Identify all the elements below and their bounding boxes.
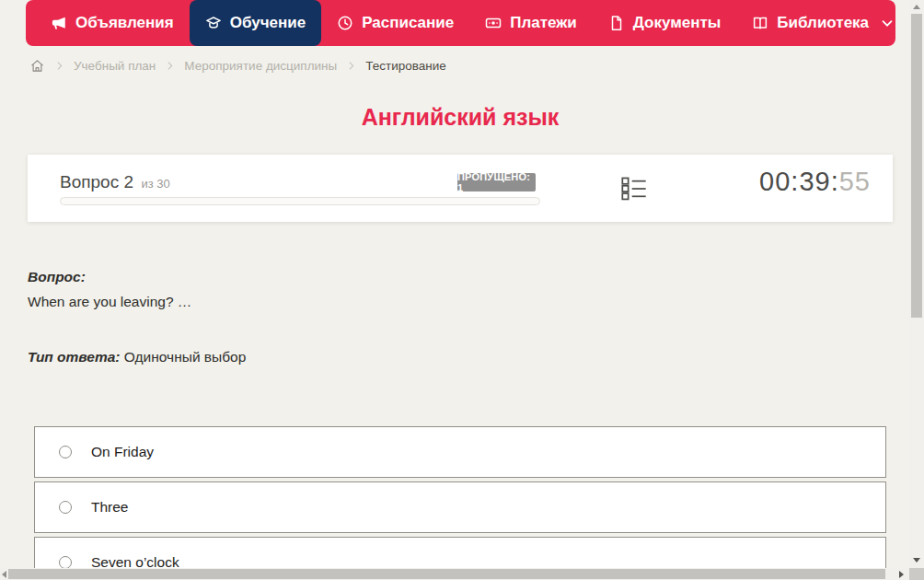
nav-item-label: Библиотека [777,14,869,32]
nav-item-label: Платежи [510,14,577,32]
scroll-down-arrow-icon[interactable] [913,558,920,563]
nav-item-label: Обучение [230,14,306,32]
chevron-right-icon [164,60,176,72]
timer-main: 00:39: [759,167,839,196]
radio-icon[interactable] [59,446,72,458]
timer-seconds: 55 [839,167,871,196]
question-label: Вопрос: [28,269,888,285]
option-label: Three [91,499,129,516]
graduation-cap-icon [205,15,222,31]
answer-type-row: Тип ответа: Одиночный выбор [28,349,888,365]
nav-item-label: Документы [633,14,722,32]
breadcrumb-item-curriculum[interactable]: Учебный план [74,59,156,73]
horizontal-scrollbar[interactable] [0,568,909,580]
page-title: Английский язык [0,104,920,131]
radio-icon[interactable] [59,556,72,569]
chevron-down-icon [879,15,895,31]
question-list-icon[interactable] [620,175,648,206]
radio-icon[interactable] [59,501,72,514]
clock-icon [337,15,353,31]
scroll-right-arrow-icon[interactable] [899,571,904,578]
question-body: Вопрос: When are you leaving? … Тип отве… [28,269,888,365]
answer-option[interactable]: Three [34,481,886,533]
vertical-scrollbar[interactable] [909,0,924,580]
option-label: On Friday [91,444,154,460]
page: Объявления Обучение Расписание Платежи Д… [0,0,924,580]
megaphone-icon [51,15,67,31]
horizontal-scrollbar-thumb[interactable] [8,569,885,579]
nav-item-label: Объявления [75,14,174,32]
breadcrumb-item-discipline-event[interactable]: Мероприятие дисциплины [184,59,337,73]
timer: 00:39:55 [759,167,871,197]
breadcrumb-item-testing: Тестирование [365,59,446,73]
scroll-up-arrow-icon[interactable] [913,5,920,9]
nav-item-label: Расписание [362,14,454,32]
main-navigation: Объявления Обучение Расписание Платежи Д… [26,0,895,46]
answer-type-value: Одиночный выбор [124,349,247,365]
progress-bar [60,197,540,205]
skipped-badge: ПРОПУЩЕНО: 1 [457,173,536,191]
nav-item-documents[interactable]: Документы [593,0,737,46]
breadcrumb: Учебный план Мероприятие дисциплины Тест… [29,58,446,74]
nav-item-announcements[interactable]: Объявления [35,0,190,46]
nav-item-library[interactable]: Библиотека [736,0,911,46]
nav-item-payments[interactable]: Платежи [469,0,593,46]
nav-item-schedule[interactable]: Расписание [321,0,469,46]
chevron-right-icon [345,60,357,72]
question-text: When are you leaving? … [28,294,888,310]
nav-item-learning[interactable]: Обучение [190,0,321,46]
vertical-scrollbar-thumb[interactable] [911,14,922,318]
home-icon[interactable] [29,58,45,74]
book-icon [752,15,768,31]
chevron-right-icon [53,60,65,72]
question-counter: Вопрос 2 из 30 [60,172,170,192]
question-panel: Вопрос 2 из 30 ПРОПУЩЕНО: 1 00:39:55 [28,155,893,222]
answer-type-label: Тип ответа: [28,349,121,365]
question-total: из 30 [141,177,169,191]
document-icon [608,15,625,31]
scroll-left-arrow-icon[interactable] [2,571,6,578]
scrollbar-corner [909,568,924,580]
answer-option[interactable]: On Friday [34,426,886,478]
banknote-icon [485,15,502,31]
question-number: Вопрос 2 [60,172,133,191]
